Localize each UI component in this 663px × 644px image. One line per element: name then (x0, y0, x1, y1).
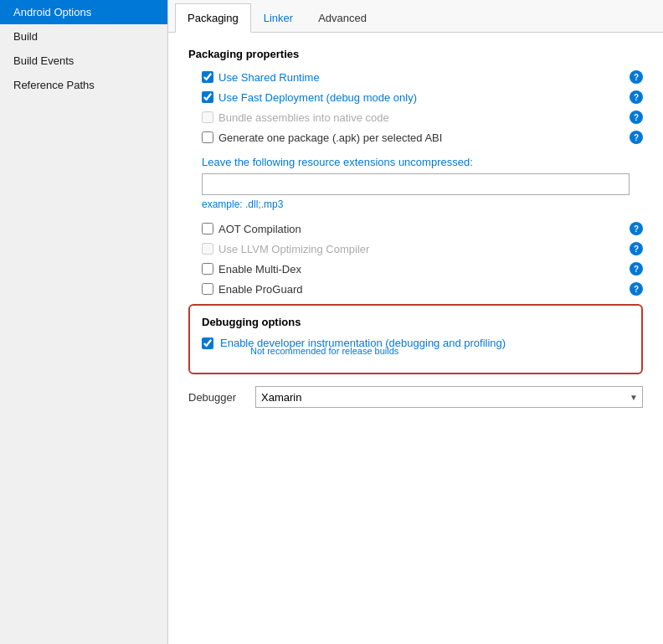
help-icon-bundle-assemblies[interactable]: ? (630, 111, 643, 124)
resource-extensions-input[interactable] (202, 173, 630, 195)
checkbox-row-bundle-assemblies: Bundle assemblies into native code ? (202, 111, 643, 124)
use-llvm-label: Use LLVM Optimizing Compiler (218, 243, 624, 255)
help-icon-shared-runtime[interactable]: ? (630, 70, 643, 84)
tab-linker[interactable]: Linker (251, 3, 306, 33)
debug-checkbox-row: Enable developer instrumentation (debugg… (202, 337, 630, 359)
use-fast-deployment-label[interactable]: Use Fast Deployment (debug mode only) (218, 91, 624, 104)
use-fast-deployment-checkbox[interactable] (202, 91, 213, 103)
aot-compilation-label[interactable]: AOT Compilation (218, 223, 624, 235)
main-panel: Packaging Linker Advanced Packaging prop… (167, 0, 663, 644)
debugging-section-title: Debugging options (202, 316, 630, 328)
sidebar-item-build-events[interactable]: Build Events (0, 49, 167, 73)
debugger-select[interactable]: Xamarin None (255, 386, 643, 408)
use-shared-runtime-label[interactable]: Use Shared Runtime (218, 71, 624, 84)
use-llvm-checkbox[interactable] (202, 243, 213, 255)
help-icon-fast-deployment[interactable]: ? (630, 90, 643, 104)
help-icon-aot[interactable]: ? (630, 222, 643, 235)
content-area: Packaging properties Use Shared Runtime … (168, 33, 663, 644)
resource-label: Leave the following resource extensions … (202, 156, 630, 168)
checkbox-row-fast-deployment: Use Fast Deployment (debug mode only) ? (202, 90, 643, 104)
help-icon-multidex[interactable]: ? (630, 262, 643, 276)
checkbox-row-multidex: Enable Multi-Dex ? (202, 262, 643, 276)
example-text: example: .dll;.mp3 (202, 198, 630, 210)
sidebar: Android Options Build Build Events Refer… (0, 0, 167, 644)
generate-package-label[interactable]: Generate one package (.apk) per selected… (218, 131, 624, 144)
enable-multidex-checkbox[interactable] (202, 263, 213, 275)
tab-advanced[interactable]: Advanced (306, 3, 379, 33)
sidebar-item-android-options[interactable]: Android Options (0, 0, 167, 24)
help-icon-generate-package[interactable]: ? (630, 131, 643, 144)
tab-packaging[interactable]: Packaging (175, 3, 251, 33)
sidebar-item-build[interactable]: Build (0, 24, 167, 49)
packaging-section-title: Packaging properties (188, 48, 643, 60)
enable-proguard-checkbox[interactable] (202, 283, 213, 295)
checkbox-row-aot: AOT Compilation ? (202, 222, 643, 235)
debugger-label: Debugger (188, 391, 247, 404)
checkbox-row-llvm: Use LLVM Optimizing Compiler ? (202, 242, 643, 255)
enable-multidex-label[interactable]: Enable Multi-Dex (218, 263, 624, 276)
debugger-select-wrapper: Xamarin None (255, 386, 643, 408)
checkbox-row-proguard: Enable ProGuard ? (202, 282, 643, 296)
aot-compilation-checkbox[interactable] (202, 223, 213, 234)
checkbox-row-generate-package: Generate one package (.apk) per selected… (202, 131, 643, 144)
sidebar-item-reference-paths[interactable]: Reference Paths (0, 73, 167, 97)
use-shared-runtime-checkbox[interactable] (202, 71, 213, 83)
debugger-row: Debugger Xamarin None (188, 386, 643, 408)
enable-proguard-label[interactable]: Enable ProGuard (218, 283, 624, 296)
bundle-assemblies-checkbox[interactable] (202, 111, 213, 123)
debugging-options-box: Debugging options Enable developer instr… (188, 304, 643, 374)
tab-bar: Packaging Linker Advanced (168, 0, 663, 33)
help-icon-llvm[interactable]: ? (630, 242, 643, 255)
checkbox-row-shared-runtime: Use Shared Runtime ? (202, 70, 643, 84)
debug-checkbox-content: Enable developer instrumentation (debugg… (220, 337, 630, 359)
bundle-assemblies-label: Bundle assemblies into native code (218, 111, 624, 124)
enable-dev-instrumentation-checkbox[interactable] (202, 337, 213, 349)
generate-package-checkbox[interactable] (202, 131, 213, 143)
help-icon-proguard[interactable]: ? (630, 282, 643, 296)
